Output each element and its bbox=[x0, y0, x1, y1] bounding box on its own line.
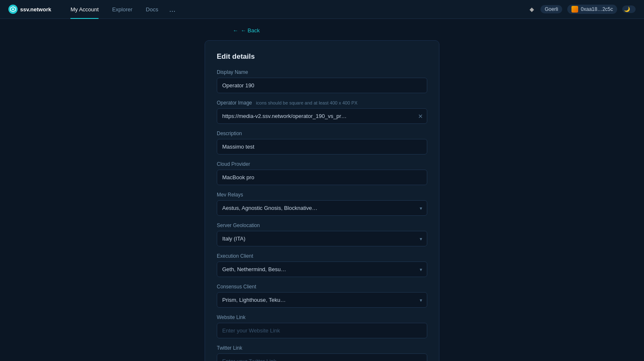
nav-docs[interactable]: Docs bbox=[139, 0, 165, 19]
logo-text: ssv.network bbox=[20, 6, 51, 13]
mev-relays-select[interactable]: Aestus, Agnostic Gnosis, Blocknative… bbox=[217, 200, 427, 216]
server-geolocation-wrapper: Italy (ITA) ▼ bbox=[217, 231, 427, 246]
display-name-group: Display Name bbox=[217, 69, 427, 93]
wallet-address: 0xaa18…2c5c bbox=[581, 6, 613, 12]
logo[interactable]: ssv.network bbox=[8, 5, 51, 14]
consensus-client-select[interactable]: Prism, Lighthouse, Teku… bbox=[217, 292, 427, 308]
consensus-client-wrapper: Prism, Lighthouse, Teku… ▼ bbox=[217, 292, 427, 308]
nav-more[interactable]: ... bbox=[165, 5, 179, 14]
server-geolocation-select[interactable]: Italy (ITA) bbox=[217, 231, 427, 246]
display-name-input[interactable] bbox=[217, 78, 427, 93]
cloud-provider-label: Cloud Provider bbox=[217, 161, 427, 167]
svg-point-1 bbox=[12, 8, 14, 10]
form-title: Edit details bbox=[217, 52, 427, 61]
operator-image-label: Operator Image icons should be square an… bbox=[217, 100, 427, 106]
website-link-label: Website Link bbox=[217, 314, 427, 320]
display-name-label: Display Name bbox=[217, 69, 427, 75]
cloud-provider-group: Cloud Provider bbox=[217, 161, 427, 185]
navbar-right: ◆ Goerli 0xaa18…2c5c 🌙 bbox=[528, 5, 636, 14]
operator-image-input[interactable] bbox=[217, 108, 427, 124]
clear-image-button[interactable]: ✕ bbox=[418, 113, 423, 120]
description-input[interactable] bbox=[217, 139, 427, 154]
server-geolocation-group: Server Geolocation Italy (ITA) ▼ bbox=[217, 222, 427, 246]
network-badge[interactable]: Goerli bbox=[540, 5, 562, 13]
back-link[interactable]: ← ← Back bbox=[233, 27, 260, 34]
consensus-client-group: Consensus Client Prism, Lighthouse, Teku… bbox=[217, 284, 427, 308]
edit-details-card: Edit details Display Name Operator Image… bbox=[205, 40, 439, 361]
server-geolocation-label: Server Geolocation bbox=[217, 222, 427, 228]
execution-client-wrapper: Geth, Nethermind, Besu… ▼ bbox=[217, 262, 427, 277]
execution-client-group: Execution Client Geth, Nethermind, Besu…… bbox=[217, 253, 427, 277]
description-group: Description bbox=[217, 131, 427, 154]
twitter-link-group: Twitter Link bbox=[217, 345, 427, 361]
website-link-group: Website Link bbox=[217, 314, 427, 338]
page-content: ← ← Back Edit details Display Name Opera… bbox=[0, 19, 644, 361]
operator-image-group: Operator Image icons should be square an… bbox=[217, 100, 427, 124]
nav-explorer[interactable]: Explorer bbox=[105, 0, 139, 19]
mev-relays-label: Mev Relays bbox=[217, 192, 427, 198]
mev-relays-group: Mev Relays Aestus, Agnostic Gnosis, Bloc… bbox=[217, 192, 427, 216]
logo-icon bbox=[8, 5, 18, 14]
moon-icon: 🌙 bbox=[624, 6, 630, 12]
eth-icon: ◆ bbox=[528, 5, 535, 13]
wallet-badge[interactable]: 0xaa18…2c5c bbox=[567, 5, 617, 14]
consensus-client-label: Consensus Client bbox=[217, 284, 427, 290]
back-arrow: ← bbox=[233, 27, 238, 34]
nav-my-account[interactable]: My Account bbox=[64, 0, 105, 19]
navbar: ssv.network My Account Explorer Docs ...… bbox=[0, 0, 644, 19]
wallet-icon bbox=[571, 6, 578, 13]
description-label: Description bbox=[217, 131, 427, 136]
operator-image-hint: icons should be square and at least 400 … bbox=[256, 100, 357, 105]
website-link-input[interactable] bbox=[217, 323, 427, 338]
theme-toggle[interactable]: 🌙 bbox=[622, 5, 636, 13]
cloud-provider-input[interactable] bbox=[217, 170, 427, 185]
operator-image-input-wrapper: ✕ bbox=[217, 108, 427, 124]
execution-client-label: Execution Client bbox=[217, 253, 427, 259]
mev-relays-wrapper: Aestus, Agnostic Gnosis, Blocknative… ▼ bbox=[217, 200, 427, 216]
execution-client-select[interactable]: Geth, Nethermind, Besu… bbox=[217, 262, 427, 277]
nav-links: My Account Explorer Docs ... bbox=[64, 0, 179, 18]
twitter-link-label: Twitter Link bbox=[217, 345, 427, 351]
twitter-link-input[interactable] bbox=[217, 353, 427, 361]
